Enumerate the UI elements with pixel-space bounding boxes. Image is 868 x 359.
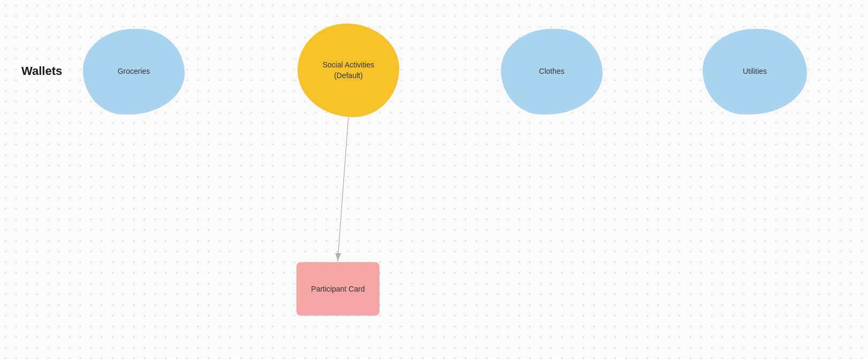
participant-card-node[interactable]: Participant Card <box>296 262 379 316</box>
social-to-participant-connector <box>338 117 348 261</box>
social-activities-label: Social Activities (Default) <box>323 60 374 81</box>
utilities-label: Utilities <box>743 66 767 77</box>
clothes-label: Clothes <box>539 66 564 77</box>
groceries-node[interactable]: Groceries <box>83 29 185 114</box>
utilities-node[interactable]: Utilities <box>703 29 807 114</box>
canvas: Wallets Groceries Social Activities (Def… <box>0 0 868 359</box>
social-activities-node[interactable]: Social Activities (Default) <box>298 24 399 117</box>
wallets-label: Wallets <box>21 64 62 78</box>
groceries-label: Groceries <box>118 66 150 77</box>
participant-card-label: Participant Card <box>311 285 364 293</box>
clothes-node[interactable]: Clothes <box>501 29 603 114</box>
